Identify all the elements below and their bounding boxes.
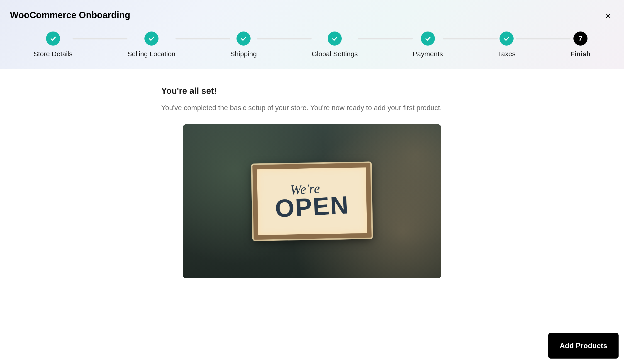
step-global-settings[interactable]: Global Settings [312,31,358,58]
onboarding-footer: Add Products [548,333,619,359]
check-icon [148,35,155,42]
step-store-details[interactable]: Store Details [34,31,73,58]
open-sign: We're OPEN [252,163,372,240]
content-description: You've completed the basic setup of your… [161,103,463,113]
step-badge-done [328,31,342,46]
step-connector [257,38,312,39]
hero-image: We're OPEN [183,124,441,278]
step-badge-done [144,31,158,46]
step-label: Global Settings [312,50,358,58]
step-selling-location[interactable]: Selling Location [128,31,176,58]
onboarding-content: You're all set! You've completed the bas… [161,69,463,278]
step-badge-done [499,31,514,46]
step-connector [516,38,571,39]
page-title: WooCommerce Onboarding [10,10,614,20]
step-label: Taxes [498,50,515,58]
step-connector [176,38,230,39]
step-label: Store Details [34,50,73,58]
step-payments[interactable]: Payments [413,31,443,58]
check-icon [50,35,56,42]
check-icon [424,35,431,42]
step-label: Finish [571,50,590,58]
step-taxes[interactable]: Taxes [498,31,515,58]
close-button[interactable] [604,11,613,20]
step-badge-done [421,31,435,46]
content-heading: You're all set! [161,86,463,96]
sign-text-open: OPEN [274,192,350,221]
onboarding-stepper: Store Details Selling Location Shipping [10,31,614,58]
step-label: Payments [413,50,443,58]
add-products-button[interactable]: Add Products [548,333,619,359]
step-badge-done [236,31,251,46]
step-shipping[interactable]: Shipping [230,31,257,58]
check-icon [331,35,338,42]
step-badge-current: 7 [573,31,588,46]
step-label: Selling Location [128,50,176,58]
check-icon [240,35,247,42]
close-icon [605,13,611,19]
step-label: Shipping [230,50,257,58]
check-icon [503,35,510,42]
step-badge-done [46,31,60,46]
step-finish[interactable]: 7 Finish [571,31,590,58]
step-connector [73,38,128,39]
step-connector [443,38,498,39]
step-connector [358,38,413,39]
onboarding-header: WooCommerce Onboarding Store Details Sel… [0,0,624,69]
